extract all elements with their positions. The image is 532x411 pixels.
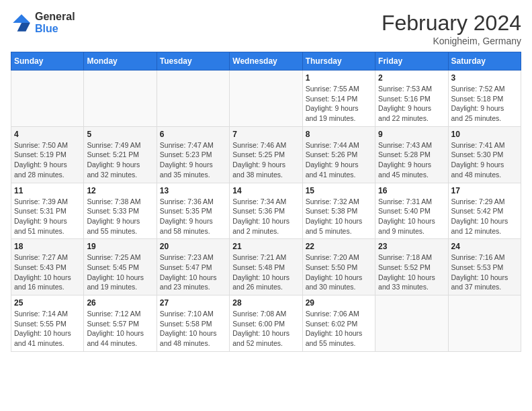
day-info: Sunrise: 7:41 AM Sunset: 5:30 PM Dayligh… (451, 140, 518, 180)
calendar-cell: 24Sunrise: 7:16 AM Sunset: 5:53 PM Dayli… (448, 239, 521, 295)
day-info: Sunrise: 7:38 AM Sunset: 5:33 PM Dayligh… (87, 197, 153, 236)
day-number: 15 (306, 186, 372, 195)
calendar-cell: 9Sunrise: 7:43 AM Sunset: 5:28 PM Daylig… (375, 126, 448, 183)
calendar-cell: 13Sunrise: 7:36 AM Sunset: 5:35 PM Dayli… (157, 183, 229, 239)
calendar-week-row: 25Sunrise: 7:14 AM Sunset: 5:55 PM Dayli… (11, 295, 521, 352)
calendar-cell (84, 71, 157, 127)
calendar-body: 1Sunrise: 7:55 AM Sunset: 5:14 PM Daylig… (11, 71, 521, 352)
page-title: February 2024 (382, 11, 521, 36)
day-info: Sunrise: 7:27 AM Sunset: 5:43 PM Dayligh… (14, 253, 81, 292)
day-info: Sunrise: 7:34 AM Sunset: 5:36 PM Dayligh… (232, 197, 299, 236)
title-area: February 2024 Konigheim, Germany (382, 11, 521, 46)
day-number: 17 (451, 186, 518, 195)
calendar-cell: 6Sunrise: 7:47 AM Sunset: 5:23 PM Daylig… (157, 126, 229, 183)
day-number: 2 (378, 73, 445, 83)
calendar-cell: 1Sunrise: 7:55 AM Sunset: 5:14 PM Daylig… (302, 71, 375, 127)
logo: General Blue (11, 11, 75, 34)
day-number: 21 (232, 242, 299, 251)
calendar-cell: 7Sunrise: 7:46 AM Sunset: 5:25 PM Daylig… (230, 126, 302, 183)
day-info: Sunrise: 7:12 AM Sunset: 5:57 PM Dayligh… (87, 309, 153, 349)
calendar-cell: 14Sunrise: 7:34 AM Sunset: 5:36 PM Dayli… (230, 183, 302, 239)
calendar-cell: 4Sunrise: 7:50 AM Sunset: 5:19 PM Daylig… (11, 126, 84, 183)
calendar-cell: 16Sunrise: 7:31 AM Sunset: 5:40 PM Dayli… (375, 183, 448, 239)
day-info: Sunrise: 7:08 AM Sunset: 6:00 PM Dayligh… (232, 309, 299, 349)
day-number: 9 (378, 130, 445, 139)
calendar-cell: 8Sunrise: 7:44 AM Sunset: 5:26 PM Daylig… (302, 126, 375, 183)
calendar-cell: 10Sunrise: 7:41 AM Sunset: 5:30 PM Dayli… (448, 126, 521, 183)
day-number: 22 (306, 242, 372, 251)
calendar-cell: 21Sunrise: 7:21 AM Sunset: 5:48 PM Dayli… (230, 239, 302, 295)
day-number: 10 (451, 130, 518, 139)
day-number: 1 (306, 73, 372, 83)
day-info: Sunrise: 7:31 AM Sunset: 5:40 PM Dayligh… (378, 197, 445, 236)
day-number: 6 (160, 130, 226, 139)
day-info: Sunrise: 7:14 AM Sunset: 5:55 PM Dayligh… (14, 309, 81, 349)
calendar-cell: 5Sunrise: 7:49 AM Sunset: 5:21 PM Daylig… (84, 126, 157, 183)
header: General Blue February 2024 Konigheim, Ge… (11, 11, 521, 46)
calendar-cell: 29Sunrise: 7:06 AM Sunset: 6:02 PM Dayli… (302, 295, 375, 352)
calendar-cell: 11Sunrise: 7:39 AM Sunset: 5:31 PM Dayli… (11, 183, 84, 239)
day-number: 14 (232, 186, 299, 195)
weekday-header: Wednesday (230, 52, 302, 71)
day-info: Sunrise: 7:55 AM Sunset: 5:14 PM Dayligh… (306, 84, 372, 124)
day-info: Sunrise: 7:16 AM Sunset: 5:53 PM Dayligh… (451, 253, 518, 292)
day-number: 27 (160, 298, 226, 308)
logo-text: General Blue (35, 11, 75, 34)
calendar-cell: 18Sunrise: 7:27 AM Sunset: 5:43 PM Dayli… (11, 239, 84, 295)
calendar-cell: 28Sunrise: 7:08 AM Sunset: 6:00 PM Dayli… (230, 295, 302, 352)
day-info: Sunrise: 7:52 AM Sunset: 5:18 PM Dayligh… (451, 84, 518, 124)
day-info: Sunrise: 7:46 AM Sunset: 5:25 PM Dayligh… (232, 140, 299, 180)
day-number: 4 (14, 130, 81, 139)
day-info: Sunrise: 7:06 AM Sunset: 6:02 PM Dayligh… (306, 309, 372, 349)
day-number: 26 (87, 298, 153, 308)
svg-marker-1 (17, 23, 30, 32)
weekday-header: Sunday (11, 52, 84, 71)
day-info: Sunrise: 7:10 AM Sunset: 5:58 PM Dayligh… (160, 309, 226, 349)
weekday-header: Saturday (448, 52, 521, 71)
calendar-cell: 22Sunrise: 7:20 AM Sunset: 5:50 PM Dayli… (302, 239, 375, 295)
calendar-cell: 26Sunrise: 7:12 AM Sunset: 5:57 PM Dayli… (84, 295, 157, 352)
day-number: 11 (14, 186, 81, 195)
day-number: 13 (160, 186, 226, 195)
calendar-cell: 17Sunrise: 7:29 AM Sunset: 5:42 PM Dayli… (448, 183, 521, 239)
day-number: 20 (160, 242, 226, 251)
day-info: Sunrise: 7:53 AM Sunset: 5:16 PM Dayligh… (378, 84, 445, 124)
day-info: Sunrise: 7:43 AM Sunset: 5:28 PM Dayligh… (378, 140, 445, 180)
calendar-cell (11, 71, 84, 127)
page-subtitle: Konigheim, Germany (382, 36, 521, 46)
calendar-cell: 2Sunrise: 7:53 AM Sunset: 5:16 PM Daylig… (375, 71, 448, 127)
day-info: Sunrise: 7:50 AM Sunset: 5:19 PM Dayligh… (14, 140, 81, 180)
day-info: Sunrise: 7:44 AM Sunset: 5:26 PM Dayligh… (306, 140, 372, 180)
calendar-cell: 3Sunrise: 7:52 AM Sunset: 5:18 PM Daylig… (448, 71, 521, 127)
day-info: Sunrise: 7:49 AM Sunset: 5:21 PM Dayligh… (87, 140, 153, 180)
calendar-cell: 15Sunrise: 7:32 AM Sunset: 5:38 PM Dayli… (302, 183, 375, 239)
calendar-cell: 25Sunrise: 7:14 AM Sunset: 5:55 PM Dayli… (11, 295, 84, 352)
calendar-cell (448, 295, 521, 352)
calendar-cell: 19Sunrise: 7:25 AM Sunset: 5:45 PM Dayli… (84, 239, 157, 295)
day-number: 23 (378, 242, 445, 251)
calendar-week-row: 11Sunrise: 7:39 AM Sunset: 5:31 PM Dayli… (11, 183, 521, 239)
calendar-week-row: 1Sunrise: 7:55 AM Sunset: 5:14 PM Daylig… (11, 71, 521, 127)
day-info: Sunrise: 7:39 AM Sunset: 5:31 PM Dayligh… (14, 197, 81, 236)
day-number: 12 (87, 186, 153, 195)
day-number: 16 (378, 186, 445, 195)
day-number: 18 (14, 242, 81, 251)
day-number: 24 (451, 242, 518, 251)
calendar-cell: 20Sunrise: 7:23 AM Sunset: 5:47 PM Dayli… (157, 239, 229, 295)
calendar-cell: 23Sunrise: 7:18 AM Sunset: 5:52 PM Dayli… (375, 239, 448, 295)
day-info: Sunrise: 7:32 AM Sunset: 5:38 PM Dayligh… (306, 197, 372, 236)
calendar-cell (157, 71, 229, 127)
day-number: 19 (87, 242, 153, 251)
weekday-header: Monday (84, 52, 157, 71)
weekday-header: Tuesday (157, 52, 229, 71)
day-number: 7 (232, 130, 299, 139)
calendar-cell: 27Sunrise: 7:10 AM Sunset: 5:58 PM Dayli… (157, 295, 229, 352)
calendar-week-row: 18Sunrise: 7:27 AM Sunset: 5:43 PM Dayli… (11, 239, 521, 295)
day-number: 25 (14, 298, 81, 308)
day-info: Sunrise: 7:23 AM Sunset: 5:47 PM Dayligh… (160, 253, 226, 292)
day-number: 28 (232, 298, 299, 308)
day-info: Sunrise: 7:21 AM Sunset: 5:48 PM Dayligh… (232, 253, 299, 292)
day-info: Sunrise: 7:25 AM Sunset: 5:45 PM Dayligh… (87, 253, 153, 292)
day-info: Sunrise: 7:20 AM Sunset: 5:50 PM Dayligh… (306, 253, 372, 292)
calendar-cell (375, 295, 448, 352)
